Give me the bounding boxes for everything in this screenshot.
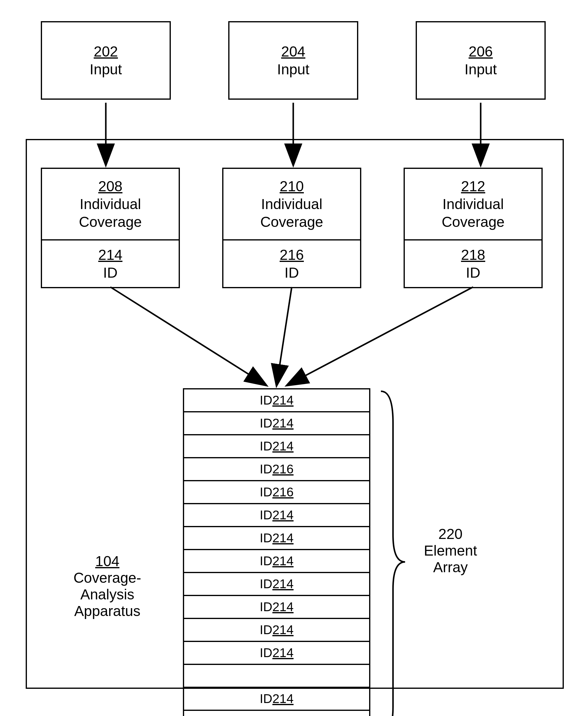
array-row: ID 214 — [184, 504, 369, 527]
app-line: Coverage- — [74, 570, 141, 586]
coverage-id: 214 ID — [42, 240, 178, 287]
coverage-num: 210 — [280, 178, 304, 195]
id-num: 214 — [98, 246, 122, 263]
row-prefix: ID — [260, 393, 272, 408]
array-row: ID 214 — [184, 642, 369, 665]
app-num: 104 — [95, 553, 120, 569]
row-prefix: ID — [260, 416, 272, 431]
array-row: ID 216 — [184, 458, 369, 481]
app-line: Apparatus — [75, 603, 141, 619]
row-num: 216 — [272, 462, 294, 476]
row-prefix: ID — [260, 646, 272, 660]
arr-line: Element — [424, 543, 477, 559]
coverage-id: 218 ID — [405, 240, 542, 287]
array-row: ID 214 — [184, 619, 369, 642]
coverage-label: Individual — [80, 196, 141, 212]
coverage-box-208: 208 Individual Coverage 214 ID — [41, 168, 180, 288]
row-num: 214 — [272, 554, 294, 568]
coverage-num: 208 — [98, 178, 122, 195]
input-box-206: 206 Input — [416, 21, 546, 100]
input-box-204: 204 Input — [228, 21, 358, 100]
array-row: ID 214 — [184, 435, 369, 458]
row-num: 214 — [272, 623, 294, 637]
row-num: 214 — [272, 508, 294, 522]
element-array: ID 214 ID 214 ID 214 ID 216 ID 216 ID 21… — [183, 388, 370, 716]
array-row — [184, 665, 369, 688]
input-num: 202 — [94, 43, 118, 60]
coverage-label: Coverage — [79, 214, 142, 230]
row-prefix: ID — [260, 623, 272, 637]
apparatus-label: 104 Coverage- Analysis Apparatus — [50, 553, 165, 619]
array-row: ID 214 — [184, 527, 369, 550]
id-label: ID — [466, 264, 480, 281]
array-row — [184, 711, 369, 716]
coverage-label: Individual — [443, 196, 504, 212]
row-prefix: ID — [260, 554, 272, 568]
coverage-id: 216 ID — [224, 240, 360, 287]
diagram-canvas: 202 Input 204 Input 206 Input 208 Indivi… — [0, 0, 588, 716]
input-num: 204 — [281, 43, 305, 60]
arr-line: Array — [433, 559, 468, 575]
arr-num: 220 — [438, 526, 463, 542]
array-row: ID 214 — [184, 389, 369, 412]
row-num: 214 — [272, 600, 294, 614]
row-num: 214 — [272, 531, 294, 545]
array-row: ID 214 — [184, 573, 369, 596]
coverage-box-210: 210 Individual Coverage 216 ID — [222, 168, 361, 288]
coverage-label: Individual — [261, 196, 322, 212]
row-num: 214 — [272, 577, 294, 591]
id-label: ID — [285, 264, 299, 281]
array-row: ID 214 — [184, 688, 369, 711]
array-row: ID 216 — [184, 481, 369, 504]
row-num: 214 — [272, 439, 294, 454]
coverage-box-212: 212 Individual Coverage 218 ID — [404, 168, 543, 288]
input-label: Input — [90, 61, 122, 78]
row-prefix: ID — [260, 439, 272, 454]
row-num: 216 — [272, 485, 294, 499]
row-prefix: ID — [260, 692, 272, 706]
input-label: Input — [277, 61, 310, 78]
id-num: 218 — [461, 246, 485, 263]
row-prefix: ID — [260, 600, 272, 614]
app-line: Analysis — [80, 586, 134, 602]
array-row: ID 214 — [184, 412, 369, 435]
input-label: Input — [465, 61, 497, 78]
input-box-202: 202 Input — [41, 21, 171, 100]
array-row: ID 214 — [184, 596, 369, 619]
row-num: 214 — [272, 416, 294, 431]
coverage-top: 208 Individual Coverage — [42, 169, 178, 240]
array-label: 220 Element Array — [405, 526, 496, 576]
coverage-label: Coverage — [260, 214, 323, 230]
row-num: 214 — [272, 646, 294, 660]
coverage-label: Coverage — [442, 214, 505, 230]
row-prefix: ID — [260, 508, 272, 522]
row-num: 214 — [272, 393, 294, 408]
id-label: ID — [103, 264, 118, 281]
row-prefix: ID — [260, 531, 272, 545]
row-num: 214 — [272, 692, 294, 706]
array-row: ID 214 — [184, 550, 369, 573]
row-prefix: ID — [260, 577, 272, 591]
input-num: 206 — [468, 43, 493, 60]
row-prefix: ID — [260, 485, 272, 499]
id-num: 216 — [280, 246, 304, 263]
coverage-num: 212 — [461, 178, 485, 195]
coverage-top: 210 Individual Coverage — [224, 169, 360, 240]
row-prefix: ID — [260, 462, 272, 476]
coverage-top: 212 Individual Coverage — [405, 169, 542, 240]
